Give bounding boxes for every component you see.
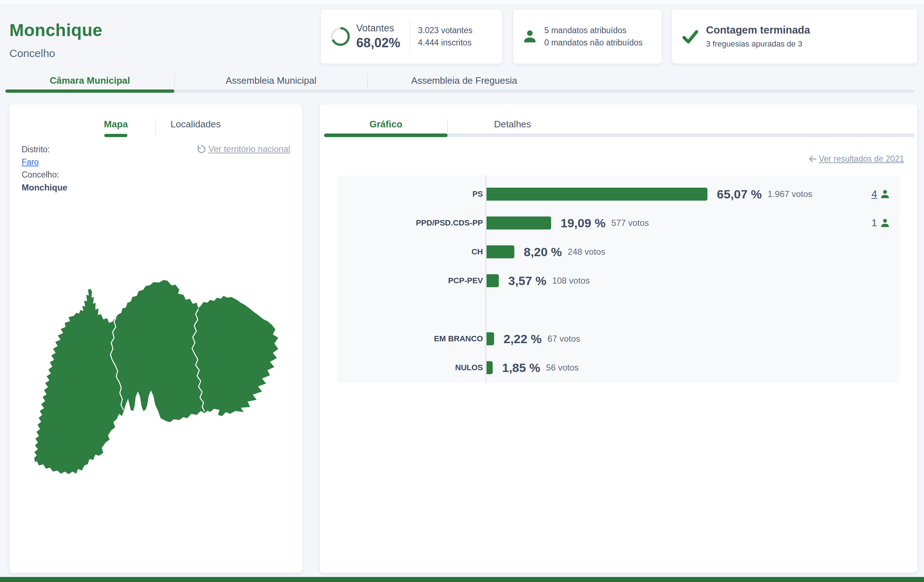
chart-row-ppd-psd-cds-pp: PPD/PSD.CDS-PP 19,09 % 577 votos 1 <box>337 216 899 229</box>
party-label: CH <box>337 247 483 257</box>
turnout-donut-icon <box>330 26 350 46</box>
percent-label: 3,57 % <box>508 274 546 288</box>
undo-icon <box>196 144 206 154</box>
tab-localidades[interactable]: Localidades <box>156 119 235 135</box>
chart-row-nulos: NULOS 1,85 % 56 votos <box>337 361 899 374</box>
view-2021-results-label: Ver resultados de 2021 <box>818 154 904 164</box>
main-tab-active-indicator <box>5 89 174 93</box>
result-bar[interactable] <box>487 188 708 201</box>
party-label: NULOS <box>337 363 483 373</box>
tab-detalhes[interactable]: Detalhes <box>448 119 577 135</box>
mandates-details: 5 mandatos atribuídos 0 mandatos não atr… <box>544 24 642 49</box>
mandate-person-icon <box>879 218 891 228</box>
result-bar[interactable] <box>487 274 499 287</box>
chart-row-ch: CH 8,20 % 248 votos <box>337 246 899 258</box>
mandates-count: 1 <box>871 217 877 229</box>
results-panel-tabs: Gráfico Detalhes <box>324 119 577 135</box>
votes-label: 577 votos <box>611 218 649 228</box>
turnout-details: 3.023 votantes 4.444 inscritos <box>418 24 472 49</box>
counting-detail: 3 freguesias apuradas de 3 <box>706 40 810 49</box>
tab-assembleia-municipal[interactable]: Assembleia Municipal <box>175 73 368 88</box>
election-results-page: Monchique Concelho Votantes 68,02% 3.023… <box>0 0 924 582</box>
check-icon <box>681 28 699 45</box>
turnout-texts: Votantes 68,02% <box>356 23 400 51</box>
municipality-map[interactable] <box>23 276 290 480</box>
votes-label: 248 votos <box>568 247 605 257</box>
party-label: PS <box>337 190 483 199</box>
registered-count: 4.444 inscritos <box>418 36 472 49</box>
counting-status: Contagem terminada <box>706 24 810 36</box>
chart-row-em-branco: EM BRANCO 2,22 % 67 votos <box>337 332 899 345</box>
result-bar[interactable] <box>487 246 514 258</box>
view-national-territory-label: Ver território nacional <box>208 144 290 154</box>
result-bar[interactable] <box>487 332 494 345</box>
results-tab-track <box>324 134 915 137</box>
tab-grafico[interactable]: Gráfico <box>324 119 447 135</box>
tab-camara-municipal[interactable]: Câmara Municipal <box>5 73 174 88</box>
result-bar[interactable] <box>487 216 551 229</box>
municipality-label: Concelho: <box>21 168 68 181</box>
votes-label: 1.967 votos <box>768 189 812 199</box>
header: Monchique Concelho <box>9 20 102 59</box>
footer-bar <box>0 577 924 582</box>
map-panel: Mapa Localidades Distrito: Faro Concelho… <box>9 104 302 573</box>
results-panel: Gráfico Detalhes Ver resultados de 2021 … <box>319 104 917 573</box>
mandates-count-link[interactable]: 4 <box>871 188 877 200</box>
geo-info: Distrito: Faro Concelho: Monchique <box>21 143 68 194</box>
percent-label: 2,22 % <box>503 332 542 346</box>
mandates-assigned: 5 mandatos atribuídos <box>544 24 642 36</box>
percent-label: 19,09 % <box>561 216 606 230</box>
left-arrow-icon <box>808 155 817 163</box>
main-tab-track <box>5 89 914 93</box>
municipality-shape[interactable] <box>34 280 278 474</box>
page-subtitle: Concelho <box>9 47 102 59</box>
stat-card-counting: Contagem terminada 3 freguesias apuradas… <box>672 9 917 64</box>
turnout-label: Votantes <box>356 23 400 34</box>
municipality-value: Monchique <box>21 181 68 194</box>
percent-label: 8,20 % <box>524 245 562 259</box>
mandates-badge: 1 <box>871 217 891 229</box>
tab-mapa[interactable]: Mapa <box>76 119 155 135</box>
mandates-badge: 4 <box>871 188 891 200</box>
turnout-percent: 68,02% <box>356 35 400 51</box>
map-panel-tabs: Mapa Localidades <box>9 119 302 135</box>
mandates-unassigned: 0 mandatos não atribuídos <box>544 36 642 49</box>
district-link[interactable]: Faro <box>21 157 39 167</box>
map-container <box>23 276 290 480</box>
party-label: PPD/PSD.CDS-PP <box>337 218 483 228</box>
percent-label: 1,85 % <box>502 361 540 375</box>
percent-label: 65,07 % <box>717 187 762 201</box>
votes-label: 67 votos <box>548 334 581 344</box>
district-label: Distrito: <box>21 143 68 156</box>
votes-label: 108 votos <box>552 276 590 286</box>
party-label: PCP-PEV <box>337 276 483 285</box>
view-national-territory-link[interactable]: Ver território nacional <box>196 144 290 154</box>
chart-row-pcp-pev: PCP-PEV 3,57 % 108 votos <box>337 274 899 287</box>
tab-mapa-label: Mapa <box>104 119 128 130</box>
map-tab-active-indicator <box>104 134 127 137</box>
person-icon <box>522 28 538 45</box>
card-divider <box>410 20 410 53</box>
results-tab-active-indicator <box>324 134 447 137</box>
party-label: EM BRANCO <box>337 334 483 343</box>
votes-label: 56 votos <box>546 363 579 373</box>
chart-row-ps: PS 65,07 % 1.967 votos 4 <box>337 188 899 201</box>
voters-count: 3.023 votantes <box>418 24 472 36</box>
top-strip <box>0 0 924 3</box>
page-title: Monchique <box>9 20 102 40</box>
view-2021-results-link[interactable]: Ver resultados de 2021 <box>808 154 904 164</box>
tab-assembleia-freguesia[interactable]: Assembleia de Freguesia <box>368 73 561 88</box>
stat-card-turnout: Votantes 68,02% 3.023 votantes 4.444 ins… <box>320 9 502 64</box>
result-bar[interactable] <box>487 361 493 374</box>
mandate-person-icon <box>879 189 891 199</box>
stat-card-mandates: 5 mandatos atribuídos 0 mandatos não atr… <box>513 9 662 64</box>
counting-texts: Contagem terminada 3 freguesias apuradas… <box>706 24 810 49</box>
main-tab-bar: Câmara Municipal Assembleia Municipal As… <box>5 73 914 88</box>
